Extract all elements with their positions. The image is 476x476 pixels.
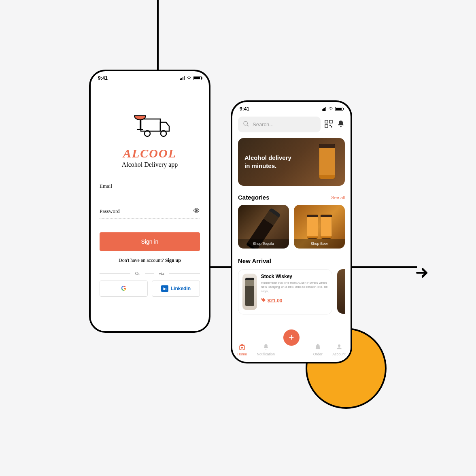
svg-rect-9 (329, 120, 332, 123)
hero-line2: in minutes. (244, 162, 291, 170)
brand-name: ALCOOL (100, 147, 200, 160)
email-label: Email (100, 183, 112, 189)
bag-icon (314, 343, 321, 351)
hero-banner[interactable]: Alcohol delivery in minutes. (238, 138, 345, 186)
search-icon (243, 121, 249, 128)
tag-icon (261, 298, 266, 304)
see-all-link[interactable]: See all (331, 195, 345, 200)
hero-line1: Alcohol delivery (244, 154, 291, 162)
phone-login-screen: 9:41 ALCOOL Alcohol Delivery app Email P (89, 70, 210, 333)
password-field[interactable]: Password (100, 204, 200, 219)
product-image (242, 274, 257, 310)
search-input[interactable]: Search... (238, 117, 321, 132)
category-beer[interactable]: Shop Beer (294, 205, 345, 249)
svg-line-7 (247, 125, 249, 126)
product-card[interactable]: Stock Wiskey Remember that line from Aus… (238, 269, 332, 314)
status-bar: 9:41 (232, 102, 351, 114)
qr-icon[interactable] (325, 120, 333, 130)
arrow-right-icon (416, 267, 427, 278)
new-arrival-title: New Arrival (238, 257, 271, 264)
nav-notification[interactable]: Notification (257, 343, 275, 356)
status-time: 9:41 (240, 106, 249, 112)
bell-icon[interactable] (337, 120, 345, 130)
beer-glass-image (319, 144, 335, 179)
user-icon (336, 343, 343, 351)
nav-home[interactable]: Home (237, 343, 247, 356)
google-login-button[interactable]: G (100, 280, 148, 297)
nav-order[interactable]: Order (313, 343, 323, 356)
svg-point-6 (244, 121, 247, 125)
linkedin-icon: in (161, 285, 168, 292)
google-icon: G (121, 285, 126, 292)
search-placeholder: Search... (253, 121, 274, 128)
wifi-icon (328, 106, 334, 112)
svg-rect-10 (325, 125, 328, 128)
svg-point-5 (196, 210, 197, 211)
status-bar: 9:41 (91, 71, 209, 83)
sign-in-button[interactable]: Sign in (100, 232, 200, 251)
categories-title: Categories (238, 194, 270, 201)
product-description: Remember that line from Austin Powers wh… (261, 281, 328, 293)
category-label: Shop Tequila (238, 239, 289, 249)
svg-rect-0 (141, 119, 160, 131)
status-time: 9:41 (98, 75, 108, 81)
nav-account[interactable]: Account (332, 343, 346, 356)
product-price: $21.00 (268, 298, 283, 304)
signup-prompt: Don't have an account? Sign up (100, 257, 200, 264)
category-label: Shop Beer (294, 239, 345, 249)
add-button[interactable]: + (282, 328, 301, 347)
svg-point-13 (338, 344, 340, 347)
email-field[interactable]: Email (100, 181, 200, 192)
svg-rect-11 (329, 125, 331, 126)
password-label: Password (100, 208, 120, 215)
svg-rect-12 (331, 126, 332, 128)
category-tequila[interactable]: Shop Tequila (238, 205, 289, 249)
sign-up-link[interactable]: Sign up (165, 257, 181, 263)
divider-or-via: Or via (100, 271, 200, 276)
product-name: Stock Wiskey (261, 274, 328, 279)
bell-icon (262, 343, 270, 351)
signal-icon (180, 76, 185, 80)
brand-subtitle: Alcohol Delivery app (100, 161, 200, 168)
wifi-icon (186, 75, 192, 81)
eye-icon[interactable] (193, 207, 200, 216)
next-product-peek[interactable] (337, 269, 345, 314)
phone-home-screen: 9:41 Search... Alcohol delivery in minut… (231, 100, 352, 363)
bottom-nav: + Home Notification Order Account (232, 337, 351, 362)
linkedin-login-button[interactable]: inLinkedIn (152, 280, 200, 297)
app-logo (100, 112, 200, 142)
battery-icon (335, 107, 343, 111)
home-icon (238, 343, 246, 351)
signal-icon (322, 107, 326, 111)
battery-icon (193, 76, 202, 80)
svg-rect-8 (325, 120, 328, 123)
